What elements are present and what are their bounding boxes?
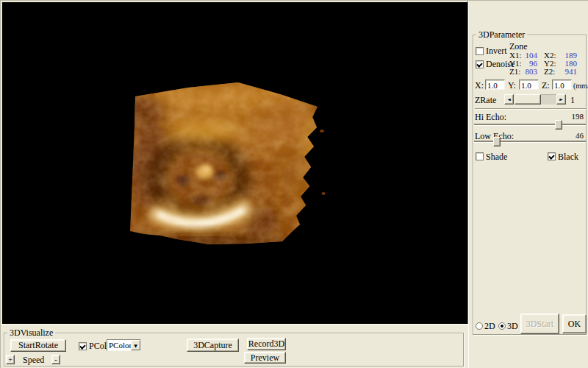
low-echo-value: 46 bbox=[553, 131, 584, 140]
pcolor-dropdown-value: PColor bbox=[109, 341, 132, 350]
separator bbox=[475, 108, 586, 110]
mode-2d-radio[interactable] bbox=[476, 322, 483, 330]
low-echo-slider-thumb[interactable] bbox=[493, 137, 501, 146]
parameter-panel: 3DParameter Invert Denoise Zone X1: 104 … bbox=[468, 1, 588, 368]
zone-z1-label: Z1: bbox=[509, 67, 520, 76]
shade-checkbox[interactable] bbox=[476, 152, 484, 160]
black-checkbox[interactable] bbox=[548, 152, 556, 160]
denoise-checkbox[interactable] bbox=[476, 60, 484, 68]
visualize-panel: 3DVisualize StartRotate + Speed - PColor… bbox=[1, 324, 468, 368]
zrate-scrollbar[interactable]: ◄ ► bbox=[504, 94, 566, 105]
parameter-group: 3DParameter Invert Denoise Zone X1: 104 … bbox=[473, 35, 587, 335]
voxel-x-input[interactable]: 1.0 bbox=[485, 79, 505, 90]
ultrasound-volume-image bbox=[2, 2, 468, 324]
zrate-right-arrow-icon[interactable]: ► bbox=[556, 94, 566, 105]
zrate-scrollbar-thumb[interactable] bbox=[514, 94, 541, 105]
render-viewport[interactable] bbox=[2, 2, 468, 324]
app-window: 3DParameter Invert Denoise Zone X1: 104 … bbox=[0, 0, 588, 368]
voxel-x-label: X: bbox=[475, 81, 484, 90]
dropdown-arrow-icon[interactable]: ▼ bbox=[131, 340, 140, 350]
pcolor-checkbox[interactable] bbox=[79, 342, 87, 350]
speed-label: Speed bbox=[23, 355, 44, 364]
shade-label: Shade bbox=[486, 152, 507, 161]
start-3d-button: 3DStart bbox=[520, 314, 559, 334]
mode-3d-radio[interactable] bbox=[498, 322, 506, 330]
speed-plus-button[interactable]: + bbox=[6, 355, 15, 364]
mode-3d-label: 3D bbox=[507, 322, 518, 330]
zone-z1-value: 803 bbox=[520, 67, 537, 76]
visualize-group: 3DVisualize StartRotate + Speed - PColor… bbox=[4, 333, 464, 367]
hi-echo-slider[interactable] bbox=[474, 124, 586, 125]
hi-echo-label: Hi Echo: bbox=[475, 113, 506, 121]
zone-row-z: Z1: 803 Z2: 941 bbox=[509, 67, 584, 76]
zone-label: Zone bbox=[509, 42, 528, 51]
start-rotate-button[interactable]: StartRotate bbox=[10, 339, 66, 352]
voxel-z-label: Z: bbox=[542, 81, 550, 90]
voxel-z-input[interactable]: 1.0 bbox=[552, 79, 572, 90]
record-3d-button[interactable]: Record3D bbox=[247, 338, 286, 350]
invert-label: Invert bbox=[486, 46, 507, 55]
preview-button[interactable]: Preview bbox=[244, 352, 286, 364]
zrate-left-arrow-icon[interactable]: ◄ bbox=[504, 94, 514, 105]
capture-3d-button[interactable]: 3DCapture bbox=[187, 339, 239, 352]
low-echo-slider[interactable] bbox=[474, 141, 586, 142]
ok-button[interactable]: OK bbox=[562, 314, 587, 333]
voxel-unit-label: (mm/p) bbox=[573, 82, 588, 91]
mode-2d-label: 2D bbox=[484, 322, 495, 330]
pcolor-dropdown[interactable]: PColor ▼ bbox=[107, 339, 141, 351]
visualize-group-title: 3DVisualize bbox=[7, 328, 55, 338]
voxel-y-input[interactable]: 1.0 bbox=[519, 79, 539, 90]
invert-checkbox[interactable] bbox=[476, 47, 484, 55]
zrate-label: ZRate bbox=[475, 96, 496, 105]
hi-echo-slider-thumb[interactable] bbox=[555, 120, 562, 130]
black-label: Black bbox=[558, 152, 578, 161]
speed-minus-button[interactable]: - bbox=[51, 355, 60, 364]
parameter-group-title: 3DParameter bbox=[476, 29, 527, 40]
voxel-y-label: Y: bbox=[508, 81, 516, 90]
zone-z2-value: 941 bbox=[552, 67, 577, 76]
zrate-value: 1 bbox=[570, 96, 575, 105]
